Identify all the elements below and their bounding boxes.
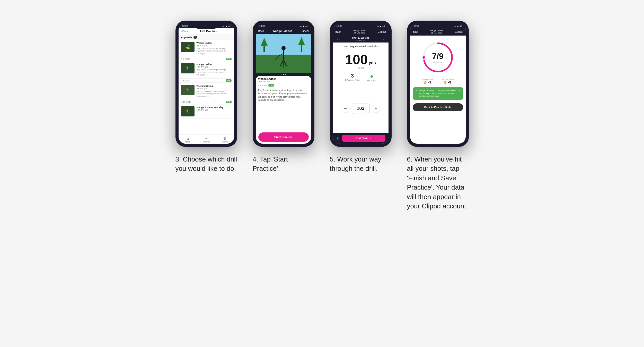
finish-button[interactable]: Back to Practice Drills: [413, 103, 463, 111]
phone-3-screen: 13:02 ▪▪▪ ▲ 46 ‹ Back APP Practice ☰: [179, 24, 234, 144]
clock-icon-detail: ○: [258, 84, 260, 87]
drill-detail-info: Wedge Ladder 100–140 yds: [258, 78, 276, 83]
prev-pb-value: 🏆 -/9: [421, 81, 433, 84]
drill-desc-2: Play 1 shot at each target yardage. If y…: [197, 69, 227, 76]
next-shot-button[interactable]: Next Shot →: [342, 135, 385, 142]
status-icons-3: ▪▪▪ ▲ 46: [377, 25, 385, 27]
target-unit: yds: [369, 61, 376, 65]
shot-nav-date: 06 Mar 2023: [353, 32, 366, 34]
status-icons-2: ▪▪▪ ▲ 46: [299, 25, 307, 27]
signal-icon-4: ▪▪▪: [454, 25, 456, 27]
drill-range-4: 100–140 yds: [197, 109, 227, 111]
approach-section: Approach 7: [179, 35, 234, 40]
clock-icon-3: ○: [181, 101, 182, 103]
status-icons-4: ▪▪▪ ▲ 46: [454, 25, 462, 27]
caption-6: 6. When you've hit all your shots, tap '…: [407, 155, 469, 211]
trophy-icon-1: 🏆: [423, 81, 427, 84]
nav-capture[interactable]: ⊕ Capture: [216, 135, 234, 144]
cancel-button-4[interactable]: Cancel: [455, 30, 463, 33]
star-icon-3[interactable]: ☆: [229, 85, 232, 88]
back-button-1[interactable]: ‹ Back: [181, 30, 188, 33]
prev-pb-label: Previous PB: [421, 78, 433, 81]
detail-range: 100–140 yds: [258, 80, 276, 83]
success-toast: ✓ 'Wedge Ladder (100–140 yds)' was creat…: [413, 87, 463, 100]
menu-icon[interactable]: ☰: [229, 29, 232, 33]
cancel-button-2[interactable]: Cancel: [301, 30, 308, 32]
drill-thumb-3: [181, 85, 195, 95]
delete-icon[interactable]: 🗑: [336, 136, 340, 140]
back-button-4[interactable]: Back: [413, 30, 418, 33]
phone-4-screen: 13:02 ▪▪▪ ▲ 46 Back Wedge Ladder Cancel: [256, 24, 311, 144]
decrease-button[interactable]: −: [341, 105, 350, 113]
prev-shot-arrow[interactable]: ←: [337, 37, 341, 41]
score-circle: 7/9 Total Score: [421, 41, 455, 74]
distance-input-row: − +: [333, 84, 389, 133]
app-badge-2: APP: [226, 79, 231, 82]
back-button-3[interactable]: Back: [336, 30, 341, 33]
drill-title-1: Wedge Ladder: [197, 42, 227, 44]
drill-shots-1: ○ 9 shots: [181, 58, 190, 60]
bottom-nav-1: ⌂ Home ♦ Activities ⊕ Capture: [179, 134, 234, 144]
next-shot-arrow[interactable]: →: [381, 37, 385, 41]
wifi-icon-4: ▲: [457, 25, 459, 27]
page-container: 13:02 ▪▪▪ ▲ 46 ‹ Back APP Practice ☰: [175, 21, 469, 211]
previous-pb: Previous PB 🏆 -/9: [421, 78, 433, 84]
target-label: Target: [333, 67, 389, 69]
drill-item-1[interactable]: Wedge Ladder 50–100 yds Play 1 shot at e…: [179, 40, 234, 57]
arrow-right-icon: →: [369, 137, 372, 140]
caption-5: 5. Work your way through the drill.: [330, 155, 392, 173]
nav-home[interactable]: ⌂ Home: [179, 135, 197, 144]
section-count: 7: [193, 36, 197, 39]
svg-point-2: [281, 46, 286, 50]
score-circle-container: 7/9 Total Score: [410, 36, 466, 77]
score-main: 7/9: [432, 52, 443, 61]
phone-4-frame: 13:02 ▪▪▪ ▲ 46 Back Wedge Ladder Cancel: [253, 21, 314, 147]
drill-info-2: Wedge Ladder 100–140 yds Play 1 shot at …: [197, 63, 227, 76]
phone-3-frame: 13:02 ▪▪▪ ▲ 46 ‹ Back APP Practice ☰: [175, 21, 237, 147]
status-time-1: 13:02: [182, 25, 188, 27]
app-badge-3: APP: [226, 101, 231, 103]
last-month-pb: Last month PB 🏆 -/9: [440, 78, 454, 84]
detail-shots: ○ 9 shots: [258, 84, 267, 87]
drill-thumb-1: [181, 42, 195, 52]
star-icon-2[interactable]: ☆: [229, 63, 232, 66]
drill-meta-1: ○ 9 shots APP: [179, 57, 234, 61]
increase-button[interactable]: +: [372, 105, 380, 113]
drill-range-2: 100–140 yds: [197, 66, 227, 68]
start-practice-button[interactable]: Start Practice: [258, 132, 309, 142]
hit-target-stat: ● Hit Target: [367, 73, 376, 82]
last-pb-value: 🏆 -/9: [440, 81, 454, 84]
nav-activities[interactable]: ♦ Activities: [197, 135, 216, 144]
practice-video: [256, 34, 311, 73]
nav-title-1: APP Practice: [200, 30, 217, 33]
step-4-column: 13:02 ▪▪▪ ▲ 46 Back Wedge Ladder Cancel: [253, 21, 314, 173]
drill-item-2[interactable]: Wedge Ladder 100–140 yds Play 1 shot at …: [179, 61, 234, 78]
drill-range-3: 55–100 yds: [197, 87, 227, 90]
drill-title-3: Pitching String: [197, 85, 227, 87]
carry-label: Enter carry distance for each shot: [333, 43, 389, 50]
drill-item-3[interactable]: Pitching String 55–100 yds Hit 1 shot at…: [179, 83, 234, 100]
drill-detail-header: Wedge Ladder 100–140 yds ☆: [256, 76, 311, 84]
difference-value: 3: [345, 73, 359, 79]
cancel-button-3[interactable]: Cancel: [378, 30, 386, 33]
drill-image-2: [181, 63, 195, 73]
status-time-4: 13:03: [414, 25, 420, 27]
battery-icon: 46: [228, 25, 231, 27]
home-icon: ⌂: [187, 136, 189, 140]
drill-image-4: [181, 106, 195, 116]
back-button-2[interactable]: Back: [258, 30, 264, 32]
battery-icon-3: 46: [383, 25, 385, 27]
hit-target-label: Hit Target: [367, 80, 376, 82]
drill-title-2: Wedge Ladder: [197, 63, 227, 66]
drill-item-4[interactable]: Wedge & Short Iron Play 100–140 yds ☆: [179, 104, 234, 119]
dot-3: [285, 74, 286, 75]
phone-5-screen: 13:03 ▪▪▪ ▲ 46 Back Wedge Ladder 06 Mar …: [333, 24, 389, 144]
drill-image-1: [181, 42, 195, 52]
star-icon-detail[interactable]: ☆: [306, 78, 309, 80]
drill-desc-3: Hit 1 shot at each of the 10 target dist…: [197, 90, 227, 98]
battery-icon-4: 46: [460, 25, 462, 27]
distance-input[interactable]: [352, 104, 370, 114]
star-icon-4[interactable]: ☆: [229, 106, 232, 109]
toast-close-icon[interactable]: ✕: [458, 89, 461, 92]
star-icon-1[interactable]: ☆: [229, 42, 232, 45]
